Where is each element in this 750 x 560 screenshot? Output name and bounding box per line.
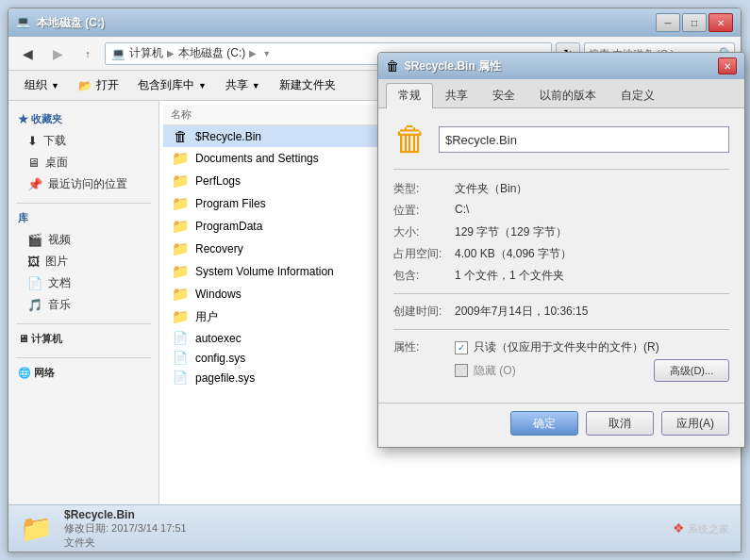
window-title: 本地磁盘 (C:) bbox=[37, 15, 656, 31]
window-icon: 💻 bbox=[16, 15, 31, 30]
value-location: C:\ bbox=[455, 203, 469, 219]
folder-icon-docsettings: 📁 bbox=[171, 150, 190, 167]
open-icon: 📂 bbox=[78, 79, 92, 92]
dialog-file-icon: 🗑 bbox=[393, 120, 427, 159]
path-dropdown[interactable]: ▼ bbox=[262, 49, 271, 58]
status-info: $Recycle.Bin 修改日期: 2017/3/14 17:51 文件夹 bbox=[64, 508, 187, 550]
file-icon-configsys: 📄 bbox=[171, 351, 190, 365]
status-file-name: $Recycle.Bin bbox=[64, 508, 187, 521]
sidebar-item-recent[interactable]: 📌 最近访问的位置 bbox=[8, 173, 158, 195]
path-sep2: ▶ bbox=[249, 48, 257, 58]
include-library-button[interactable]: 包含到库中 ▼ bbox=[129, 74, 215, 98]
up-button[interactable]: ↑ bbox=[75, 41, 101, 66]
sidebar-header-library[interactable]: 库 bbox=[8, 207, 158, 229]
new-folder-button[interactable]: 新建文件夹 bbox=[271, 74, 344, 98]
folder-icon-programdata: 📁 bbox=[171, 218, 190, 235]
readonly-checkbox[interactable]: ✓ bbox=[455, 341, 468, 354]
hidden-checkbox[interactable] bbox=[455, 364, 468, 377]
include-dropdown-icon: ▼ bbox=[198, 81, 207, 91]
dialog-footer: 确定 取消 应用(A) bbox=[378, 403, 744, 447]
organize-dropdown-icon: ▼ bbox=[51, 81, 59, 91]
divider-3 bbox=[16, 357, 151, 358]
folder-icon-windows: 📁 bbox=[171, 286, 190, 303]
recycle-icon: 🗑 bbox=[171, 128, 190, 144]
close-button[interactable]: ✕ bbox=[708, 13, 733, 32]
dialog-row-type: 类型: 文件夹（Bin） bbox=[393, 181, 729, 197]
sidebar-section-favorites: ★ 收藏夹 ⬇ 下载 🖥 桌面 📌 最近访问的位置 bbox=[8, 108, 158, 195]
tab-share[interactable]: 共享 bbox=[433, 83, 480, 107]
dialog-file-name-box[interactable]: $Recycle.Bin bbox=[439, 126, 729, 153]
folder-icon-recovery: 📁 bbox=[171, 240, 190, 257]
attr-readonly-row: ✓ 只读（仅应用于文件夹中的文件）(R) bbox=[455, 339, 729, 355]
dialog-title-bar: 🗑 $Recycle.Bin 属性 ✕ bbox=[378, 53, 744, 79]
music-icon: 🎵 bbox=[27, 298, 42, 312]
organize-button[interactable]: 组织 ▼ bbox=[16, 74, 68, 98]
maximize-button[interactable]: □ bbox=[682, 13, 707, 32]
share-button[interactable]: 共享 ▼ bbox=[217, 74, 269, 98]
video-icon: 🎬 bbox=[27, 233, 42, 247]
sidebar-item-music[interactable]: 🎵 音乐 bbox=[8, 294, 158, 316]
sidebar-item-pictures[interactable]: 🖼 图片 bbox=[8, 251, 158, 272]
label-attrs: 属性: bbox=[393, 339, 455, 386]
back-button[interactable]: ◀ bbox=[14, 41, 41, 66]
folder-icon-programfiles: 📁 bbox=[171, 195, 190, 212]
apply-button[interactable]: 应用(A) bbox=[661, 411, 729, 436]
dialog-row-size: 大小: 129 字节（129 字节） bbox=[393, 224, 729, 240]
dialog-row-disksize: 占用空间: 4.00 KB（4,096 字节） bbox=[393, 246, 729, 262]
properties-dialog: 🗑 $Recycle.Bin 属性 ✕ 常规 共享 安全 以前的版本 自定义 🗑… bbox=[377, 52, 745, 448]
window-controls: ─ □ ✕ bbox=[656, 13, 733, 32]
cancel-button[interactable]: 取消 bbox=[586, 411, 654, 436]
path-computer: 计算机 bbox=[129, 45, 163, 61]
pictures-icon: 🖼 bbox=[27, 255, 40, 269]
tab-previous-versions[interactable]: 以前的版本 bbox=[527, 83, 608, 107]
dialog-separator-2 bbox=[393, 329, 729, 330]
forward-button[interactable]: ▶ bbox=[44, 41, 71, 66]
label-created: 创建时间: bbox=[393, 304, 455, 320]
status-file-type: 文件夹 bbox=[64, 535, 187, 550]
tab-general[interactable]: 常规 bbox=[386, 83, 433, 108]
sidebar-item-downloads[interactable]: ⬇ 下载 bbox=[8, 130, 158, 152]
dialog-separator-1 bbox=[393, 293, 729, 294]
folder-icon-sysvolinfo: 📁 bbox=[171, 263, 190, 280]
dialog-tabs: 常规 共享 安全 以前的版本 自定义 bbox=[378, 79, 744, 108]
ok-button[interactable]: 确定 bbox=[510, 411, 578, 436]
sidebar-header-favorites[interactable]: ★ 收藏夹 bbox=[8, 108, 158, 130]
minimize-button[interactable]: ─ bbox=[656, 13, 680, 32]
sidebar: ★ 收藏夹 ⬇ 下载 🖥 桌面 📌 最近访问的位置 库 � bbox=[8, 101, 159, 504]
sidebar-item-video[interactable]: 🎬 视频 bbox=[8, 229, 158, 251]
folder-icon-perflogs: 📁 bbox=[171, 173, 190, 189]
path-sep1: ▶ bbox=[167, 48, 175, 58]
status-file-detail: 修改日期: 2017/3/14 17:51 bbox=[64, 521, 187, 535]
attr-hidden-row: 隐藏 (O) 高级(D)... bbox=[455, 359, 729, 382]
path-icon: 💻 bbox=[111, 47, 125, 60]
attrs-container: ✓ 只读（仅应用于文件夹中的文件）(R) 隐藏 (O) 高级(D)... bbox=[455, 339, 729, 386]
label-contains: 包含: bbox=[393, 268, 455, 284]
main-title-bar: 💻 本地磁盘 (C:) ─ □ ✕ bbox=[8, 8, 741, 37]
label-size: 大小: bbox=[393, 224, 455, 240]
label-type: 类型: bbox=[393, 181, 455, 197]
dialog-content: 🗑 $Recycle.Bin 类型: 文件夹（Bin） 位置: C:\ 大小: … bbox=[378, 108, 744, 403]
open-button[interactable]: 📂 打开 bbox=[70, 74, 127, 98]
advanced-button[interactable]: 高级(D)... bbox=[654, 359, 729, 382]
downloads-icon: ⬇ bbox=[27, 134, 38, 148]
dialog-row-location: 位置: C:\ bbox=[393, 203, 729, 219]
dialog-close-button[interactable]: ✕ bbox=[718, 58, 737, 74]
dialog-file-header: 🗑 $Recycle.Bin bbox=[393, 120, 729, 170]
file-icon-autoexec: 📄 bbox=[171, 331, 190, 345]
sidebar-header-network[interactable]: 🌐 网络 bbox=[8, 362, 158, 384]
sidebar-section-network: 🌐 网络 bbox=[8, 362, 158, 384]
desktop-icon: 🖥 bbox=[27, 156, 40, 170]
dialog-row-contains: 包含: 1 个文件，1 个文件夹 bbox=[393, 268, 729, 284]
value-created: 2009年7月14日，10:36:15 bbox=[455, 304, 588, 320]
sidebar-item-documents[interactable]: 📄 文档 bbox=[8, 272, 158, 294]
sidebar-header-computer[interactable]: 🖥 计算机 bbox=[8, 328, 158, 350]
value-disksize: 4.00 KB（4,096 字节） bbox=[455, 246, 572, 262]
hidden-attr-left: 隐藏 (O) bbox=[455, 363, 516, 379]
dialog-row-attrs: 属性: ✓ 只读（仅应用于文件夹中的文件）(R) 隐藏 (O) 高级(D)... bbox=[393, 339, 729, 386]
value-size: 129 字节（129 字节） bbox=[455, 224, 567, 240]
divider-2 bbox=[16, 323, 151, 324]
tab-custom[interactable]: 自定义 bbox=[608, 83, 667, 107]
label-location: 位置: bbox=[393, 203, 455, 219]
sidebar-item-desktop[interactable]: 🖥 桌面 bbox=[8, 152, 158, 173]
tab-security[interactable]: 安全 bbox=[480, 83, 527, 107]
